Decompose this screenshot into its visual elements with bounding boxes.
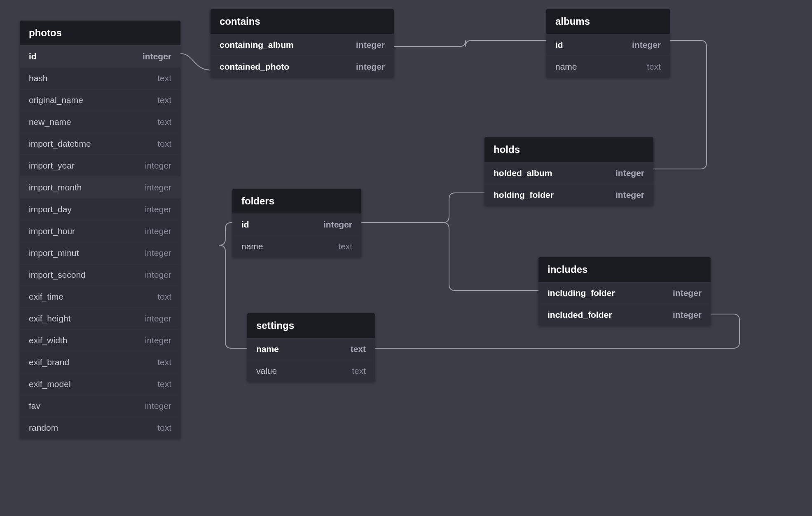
column-type: integer <box>615 168 644 178</box>
column-type: text <box>157 117 171 127</box>
column-row[interactable]: import_dayinteger <box>20 198 180 220</box>
column-type: text <box>647 62 661 72</box>
column-type: text <box>157 139 171 149</box>
column-name: id <box>241 220 249 230</box>
column-type: text <box>157 292 171 302</box>
column-name: containing_album <box>220 40 294 50</box>
column-name: value <box>256 366 277 376</box>
column-type: text <box>338 242 352 251</box>
column-type: integer <box>356 40 385 50</box>
column-name: id <box>29 52 37 61</box>
column-type: text <box>352 366 366 376</box>
column-name: id <box>555 40 563 50</box>
table-header-albums: albums <box>546 9 670 34</box>
column-row[interactable]: hashtext <box>20 67 180 89</box>
table-settings[interactable]: settingsnametextvaluetext <box>247 313 375 382</box>
column-row[interactable]: including_folderinteger <box>538 282 711 304</box>
column-row[interactable]: exif_brandtext <box>20 351 180 373</box>
column-type: integer <box>632 40 661 50</box>
column-row[interactable]: nametext <box>247 338 375 360</box>
column-row[interactable]: nametext <box>546 56 670 77</box>
column-type: integer <box>145 335 171 345</box>
table-header-photos: photos <box>20 21 180 45</box>
column-row[interactable]: valuetext <box>247 360 375 382</box>
table-header-settings: settings <box>247 313 375 338</box>
column-type: integer <box>673 310 702 320</box>
table-header-holds: holds <box>484 137 653 162</box>
column-row[interactable]: nametext <box>232 235 361 257</box>
column-name: included_folder <box>548 310 612 320</box>
column-name: hash <box>29 73 48 83</box>
column-type: integer <box>356 62 385 72</box>
column-name: exif_width <box>29 335 67 345</box>
column-name: new_name <box>29 117 71 127</box>
column-name: name <box>241 242 263 251</box>
connector-line <box>394 40 546 47</box>
column-type: integer <box>145 401 171 411</box>
column-name: random <box>29 423 58 433</box>
column-type: integer <box>615 190 644 200</box>
column-name: exif_time <box>29 292 63 302</box>
column-name: import_year <box>29 161 75 171</box>
column-row[interactable]: holded_albuminteger <box>484 162 653 184</box>
column-name: contained_photo <box>220 62 289 72</box>
column-name: import_day <box>29 204 72 214</box>
column-type: integer <box>145 204 171 214</box>
column-row[interactable]: favinteger <box>20 395 180 417</box>
connector-line <box>180 54 211 70</box>
column-row[interactable]: exif_modeltext <box>20 373 180 395</box>
column-row[interactable]: new_nametext <box>20 111 180 133</box>
column-name: fav <box>29 401 40 411</box>
column-row[interactable]: containing_albuminteger <box>211 34 394 56</box>
column-type: integer <box>143 52 171 61</box>
column-type: integer <box>145 183 171 192</box>
column-name: import_hour <box>29 226 75 236</box>
column-name: exif_height <box>29 314 71 324</box>
column-type: integer <box>323 220 352 230</box>
column-name: import_month <box>29 183 82 192</box>
column-type: text <box>157 95 171 105</box>
table-folders[interactable]: foldersidintegernametext <box>232 189 361 257</box>
column-row[interactable]: import_yearinteger <box>20 155 180 176</box>
column-row[interactable]: randomtext <box>20 417 180 439</box>
column-type: text <box>157 423 171 433</box>
column-row[interactable]: holding_folderinteger <box>484 184 653 206</box>
table-includes[interactable]: includesincluding_folderintegerincluded_… <box>538 257 711 326</box>
column-type: integer <box>145 270 171 280</box>
column-row[interactable]: import_hourinteger <box>20 220 180 242</box>
column-name: holding_folder <box>494 190 554 200</box>
column-row[interactable]: idinteger <box>232 213 361 235</box>
table-contains[interactable]: containscontaining_albumintegercontained… <box>211 9 394 77</box>
column-row[interactable]: exif_heightinteger <box>20 307 180 329</box>
table-photos[interactable]: photosidintegerhashtextoriginal_nametext… <box>20 21 180 439</box>
connector-line <box>361 223 538 291</box>
column-row[interactable]: import_monthinteger <box>20 176 180 198</box>
column-row[interactable]: included_folderinteger <box>538 304 711 326</box>
column-type: integer <box>145 226 171 236</box>
table-holds[interactable]: holdsholded_albumintegerholding_folderin… <box>484 137 653 206</box>
column-row[interactable]: exif_timetext <box>20 286 180 307</box>
column-type: integer <box>673 288 702 298</box>
column-row[interactable]: original_nametext <box>20 89 180 111</box>
column-row[interactable]: contained_photointeger <box>211 56 394 77</box>
column-name: name <box>256 344 279 354</box>
column-type: integer <box>145 248 171 258</box>
column-row[interactable]: idinteger <box>546 34 670 56</box>
column-name: import_datetime <box>29 139 91 149</box>
table-header-contains: contains <box>211 9 394 34</box>
column-row[interactable]: import_secondinteger <box>20 264 180 286</box>
column-name: name <box>555 62 577 72</box>
column-name: import_second <box>29 270 86 280</box>
column-type: integer <box>145 161 171 171</box>
column-name: original_name <box>29 95 83 105</box>
column-row[interactable]: idinteger <box>20 45 180 67</box>
column-name: holded_album <box>494 168 552 178</box>
column-name: exif_model <box>29 379 71 389</box>
column-row[interactable]: import_minutinteger <box>20 242 180 264</box>
column-type: text <box>157 379 171 389</box>
table-header-includes: includes <box>538 257 711 282</box>
column-row[interactable]: import_datetimetext <box>20 133 180 155</box>
table-albums[interactable]: albumsidintegernametext <box>546 9 670 77</box>
column-type: integer <box>145 314 171 324</box>
column-row[interactable]: exif_widthinteger <box>20 329 180 351</box>
